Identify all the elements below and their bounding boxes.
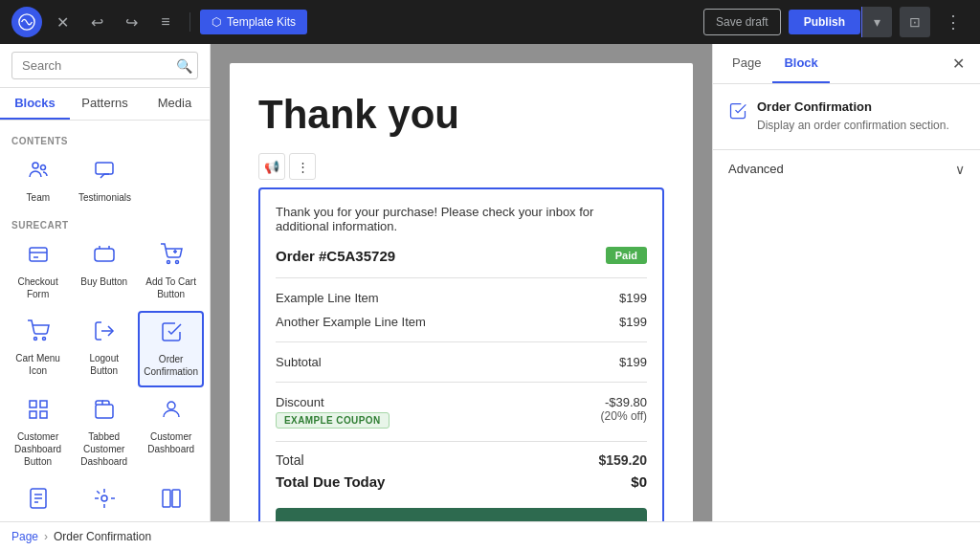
search-wrapper: 🔍 — [11, 52, 198, 79]
svg-point-15 — [42, 338, 45, 341]
publish-button[interactable]: Publish — [789, 10, 860, 34]
block-item-cart-menu-icon[interactable]: Cart Menu Icon — [6, 311, 70, 387]
panel-block-header: Order Confirmation Display an order conf… — [728, 99, 965, 134]
svg-point-2 — [40, 165, 45, 170]
svg-line-30 — [97, 491, 100, 494]
redo-button[interactable]: ↪ — [117, 8, 145, 36]
block-item-order-confirmation[interactable]: Order Confirmation — [138, 311, 204, 387]
sidebar-tabs: Blocks Patterns Media — [0, 88, 210, 121]
undo-button[interactable]: ↩ — [82, 8, 111, 36]
canvas-inner: Thank you 📢 ⋮ Thank you for your purchas… — [230, 63, 693, 521]
order-divider-2 — [276, 341, 647, 342]
preview-mode-button[interactable]: ⊡ — [900, 7, 930, 37]
sidebar: 🔍 Blocks Patterns Media Contents Team — [0, 44, 211, 521]
block-label-testimonials: Testimonials — [78, 191, 131, 204]
total-label: Total — [276, 452, 304, 468]
block-item-checkout-form[interactable]: Checkout Form — [6, 234, 70, 309]
search-input[interactable] — [11, 52, 198, 79]
order-header: Order #C5A35729 Paid — [276, 247, 647, 264]
tab-patterns[interactable]: Patterns — [70, 88, 140, 120]
line-item-price-1: $199 — [619, 315, 647, 329]
block-label-tabbed-customer-dashboard: Tabbed Customer Dashboard — [77, 430, 131, 468]
total-value: $159.20 — [598, 452, 647, 468]
order-divider-1 — [276, 277, 647, 278]
panel-order-confirmation-icon — [728, 101, 747, 125]
advanced-row[interactable]: Advanced ∨ — [713, 150, 980, 188]
save-draft-button[interactable]: Save draft — [703, 9, 781, 35]
panel-block-description: Display an order confirmation section. — [757, 118, 949, 134]
svg-rect-3 — [96, 163, 113, 174]
testimonials-icon — [93, 159, 116, 187]
wp-logo[interactable] — [11, 7, 42, 37]
checkout-form-icon — [27, 243, 50, 272]
discount-label-row: Discount EXAMPLE COUPON -$39.80 (20% off… — [276, 395, 647, 429]
line-item-1: Another Example Line Item $199 — [276, 310, 647, 334]
line-item-name-0: Example Line Item — [276, 291, 379, 305]
right-panel-close-button[interactable]: ✕ — [945, 51, 972, 77]
block-item-customer-dashboard-button[interactable]: Customer Dashboard Button — [6, 389, 70, 476]
search-icon-button[interactable]: 🔍 — [176, 58, 192, 74]
svg-rect-18 — [40, 401, 47, 407]
breadcrumb-page-link[interactable]: Page — [11, 530, 38, 543]
tab-blocks[interactable]: Blocks — [0, 88, 70, 120]
block-item-customer-dashboard-page[interactable]: Customer Dashboard Page — [6, 478, 70, 521]
panel-block-info: Order Confirmation Display an order conf… — [713, 84, 980, 150]
template-kits-icon: ⬡ — [212, 15, 221, 29]
breadcrumb-separator: › — [44, 530, 48, 543]
discount-value: -$39.80 — [605, 395, 647, 409]
total-due-value: $0 — [631, 473, 647, 490]
breadcrumb: Page › Order Confirmation — [0, 521, 980, 550]
page-heading: Thank you — [258, 92, 664, 138]
block-item-store-logo[interactable]: Store Logo — [72, 478, 136, 521]
svg-rect-33 — [163, 490, 170, 507]
dashboard-btn-wrapper: 👤 Customer Dashboard + — [276, 508, 647, 521]
block-item-buy-button[interactable]: Buy Button — [72, 234, 136, 309]
discount-left: Discount EXAMPLE COUPON — [276, 395, 390, 429]
total-due-label: Total Due Today — [276, 473, 385, 490]
right-panel: Page Block ✕ Order Confirmation Display … — [712, 44, 980, 521]
breadcrumb-current: Order Confirmation — [54, 530, 151, 543]
block-label-logout-button: Logout Button — [77, 352, 131, 377]
paid-badge: Paid — [606, 247, 647, 264]
block-item-add-to-cart[interactable]: Add To Cart Button — [138, 234, 204, 309]
template-kits-label: Template Kits — [227, 15, 296, 29]
surecart-columns-icon — [160, 487, 183, 516]
canvas-area[interactable]: Thank you 📢 ⋮ Thank you for your purchas… — [211, 44, 712, 521]
more-options-button[interactable]: ⋮ — [938, 7, 969, 37]
block-toolbar: 📢 ⋮ — [258, 153, 664, 180]
block-label-cart-menu-icon: Cart Menu Icon — [11, 352, 65, 377]
order-divider-4 — [276, 441, 647, 442]
svg-rect-20 — [40, 411, 47, 418]
blocks-grid-contents: Team Testimonials — [0, 150, 210, 212]
tab-media[interactable]: Media — [140, 88, 210, 120]
block-item-surecart-columns[interactable]: SureCart Columns — [138, 478, 204, 521]
svg-point-1 — [33, 163, 38, 168]
subtotal-label: Subtotal — [276, 355, 322, 369]
svg-rect-21 — [96, 405, 113, 418]
list-view-button[interactable]: ≡ — [151, 8, 180, 36]
topbar-separator — [189, 12, 190, 32]
block-item-testimonials[interactable]: Testimonials — [73, 150, 138, 212]
coupon-badge: EXAMPLE COUPON — [276, 412, 390, 429]
svg-point-11 — [175, 261, 178, 264]
publish-dropdown-button[interactable]: ▾ — [861, 7, 892, 37]
customer-dashboard-button[interactable]: 👤 Customer Dashboard — [276, 508, 647, 521]
svg-rect-17 — [30, 401, 36, 407]
close-editor-button[interactable]: ✕ — [48, 8, 77, 36]
sidebar-content: Contents Team Testimonials SURECART — [0, 121, 210, 521]
template-kits-button[interactable]: ⬡ Template Kits — [200, 10, 307, 34]
svg-rect-4 — [30, 248, 47, 261]
right-tab-page[interactable]: Page — [721, 44, 772, 83]
toolbar-more-button[interactable]: ⋮ — [289, 153, 316, 180]
block-item-customer-dashboard[interactable]: Customer Dashboard — [138, 389, 204, 476]
subtotal-value: $199 — [619, 355, 647, 369]
block-item-tabbed-customer-dashboard[interactable]: Tabbed Customer Dashboard — [72, 389, 136, 476]
add-to-cart-icon — [160, 243, 183, 272]
toolbar-megaphone-button[interactable]: 📢 — [258, 153, 285, 180]
block-item-logout-button[interactable]: Logout Button — [72, 311, 136, 387]
block-item-team[interactable]: Team — [6, 150, 71, 212]
right-tab-block[interactable]: Block — [772, 44, 829, 83]
store-logo-icon — [93, 487, 116, 516]
customer-dashboard-button-icon — [27, 398, 50, 427]
total-section: Total $159.20 Total Due Today $0 — [276, 450, 647, 493]
